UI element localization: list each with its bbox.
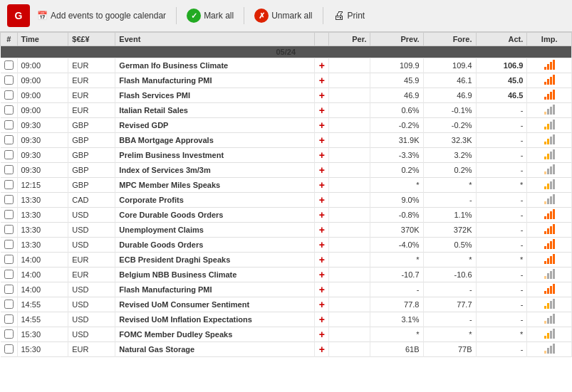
importance-bar-icon [544,179,555,189]
row-checkbox-cell[interactable] [1,163,18,178]
row-checkbox-cell[interactable] [1,253,18,267]
add-button[interactable]: + [319,314,325,325]
row-checkbox[interactable] [4,329,14,339]
row-checkbox[interactable] [4,135,14,144]
add-button[interactable]: + [319,269,325,280]
row-add-cell[interactable]: + [315,238,329,253]
row-checkbox[interactable] [4,120,14,129]
add-button[interactable]: + [319,284,325,295]
row-checkbox-cell[interactable] [1,238,18,253]
col-header-act: Act. [476,33,527,46]
row-checkbox-cell[interactable] [1,208,18,223]
add-button[interactable]: + [319,224,325,235]
row-checkbox[interactable] [4,270,14,279]
add-button[interactable]: + [319,344,325,355]
add-button[interactable]: + [319,329,325,340]
row-checkbox-cell[interactable] [1,267,18,282]
row-checkbox-cell[interactable] [1,223,18,238]
row-add-cell[interactable]: + [315,58,329,73]
row-checkbox[interactable] [4,314,14,324]
table-row: 09:30GBPRevised GDP+-0.2%-0.2%- [1,118,572,133]
importance-bar-icon [544,149,555,159]
row-checkbox[interactable] [4,150,14,159]
row-checkbox[interactable] [4,180,14,189]
row-event: Index of Services 3m/3m [115,163,315,178]
row-time: 09:00 [17,103,68,118]
add-button[interactable]: + [319,105,325,116]
row-time: 09:30 [17,118,68,133]
row-add-cell[interactable]: + [315,253,329,267]
row-checkbox-cell[interactable] [1,282,18,297]
add-button[interactable]: + [319,194,325,206]
row-checkbox-cell[interactable] [1,88,18,103]
add-button[interactable]: + [319,134,325,146]
row-checkbox-cell[interactable] [1,178,18,193]
add-calendar-button[interactable]: 📅 Add events to google calendar [37,11,166,21]
row-checkbox[interactable] [4,90,14,100]
row-checkbox[interactable] [4,240,14,249]
row-add-cell[interactable]: + [315,178,329,193]
row-add-cell[interactable]: + [315,103,329,118]
row-add-cell[interactable]: + [315,73,329,88]
unmark-all-button[interactable]: ✗ Unmark all [254,9,312,23]
row-checkbox-cell[interactable] [1,103,18,118]
row-period [329,58,370,73]
col-header-event: Event [115,33,315,46]
row-checkbox-cell[interactable] [1,193,18,208]
row-checkbox[interactable] [4,285,14,294]
importance-bar-icon [544,239,555,249]
add-button[interactable]: + [319,209,325,221]
row-checkbox-cell[interactable] [1,73,18,88]
row-currency: USD [68,282,115,297]
row-checkbox[interactable] [4,60,14,70]
add-button[interactable]: + [319,60,325,71]
add-button[interactable]: + [319,75,325,86]
row-add-cell[interactable]: + [315,208,329,223]
add-button[interactable]: + [319,239,325,250]
add-button[interactable]: + [319,254,325,265]
row-checkbox[interactable] [4,300,14,309]
row-checkbox-cell[interactable] [1,297,18,312]
row-checkbox[interactable] [4,195,14,204]
row-checkbox[interactable] [4,105,14,115]
row-add-cell[interactable]: + [315,118,329,133]
row-checkbox-cell[interactable] [1,133,18,148]
row-add-cell[interactable]: + [315,88,329,103]
row-event: Belgium NBB Business Climate [115,267,315,282]
row-importance [527,312,572,327]
print-button[interactable]: 🖨 Print [333,9,365,22]
row-checkbox[interactable] [4,225,14,234]
row-checkbox[interactable] [4,165,14,174]
row-add-cell[interactable]: + [315,297,329,312]
row-checkbox-cell[interactable] [1,148,18,163]
row-add-cell[interactable]: + [315,163,329,178]
add-button[interactable]: + [319,149,325,161]
row-forecast: 0.5% [423,238,476,253]
row-checkbox-cell[interactable] [1,58,18,73]
row-add-cell[interactable]: + [315,327,329,342]
row-checkbox-cell[interactable] [1,342,18,357]
add-button[interactable]: + [319,120,325,131]
add-button[interactable]: + [319,299,325,310]
row-add-cell[interactable]: + [315,312,329,327]
add-button[interactable]: + [319,90,325,101]
row-checkbox-cell[interactable] [1,327,18,342]
row-add-cell[interactable]: + [315,148,329,163]
row-time: 13:30 [17,223,68,238]
row-add-cell[interactable]: + [315,223,329,238]
row-checkbox-cell[interactable] [1,118,18,133]
row-add-cell[interactable]: + [315,342,329,357]
add-button[interactable]: + [319,179,325,191]
section-header-row: 05/24 [1,46,572,58]
row-add-cell[interactable]: + [315,133,329,148]
row-add-cell[interactable]: + [315,267,329,282]
row-checkbox-cell[interactable] [1,312,18,327]
row-checkbox[interactable] [4,255,14,264]
mark-all-button[interactable]: ✓ Mark all [187,9,234,23]
add-button[interactable]: + [319,164,325,176]
row-add-cell[interactable]: + [315,193,329,208]
row-checkbox[interactable] [4,210,14,219]
row-checkbox[interactable] [4,344,14,354]
row-add-cell[interactable]: + [315,282,329,297]
row-checkbox[interactable] [4,75,14,85]
